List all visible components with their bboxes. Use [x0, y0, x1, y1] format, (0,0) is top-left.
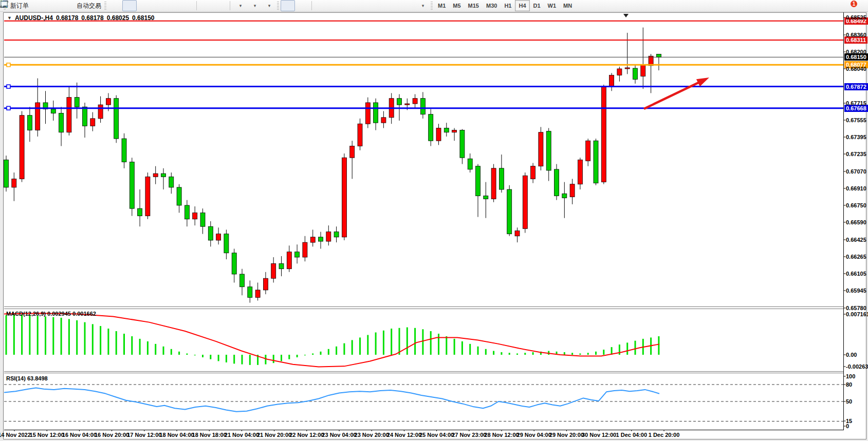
rsi-axis-tick: 0	[846, 423, 849, 429]
date-axis-label: 25 Nov 04:00	[419, 432, 454, 438]
macd-axis-tick: 0.00	[846, 352, 857, 358]
chevron-down-icon: ▾	[268, 3, 271, 8]
trendline-tool-button[interactable]	[343, 0, 357, 11]
zoom-out-button[interactable]	[165, 0, 180, 11]
toolbar-grip	[431, 2, 433, 10]
timeframe-button-H4[interactable]: H4	[515, 0, 529, 11]
timeframe-button-M15[interactable]: M15	[465, 0, 483, 11]
date-axis-label: 22 Nov 12:00	[289, 432, 324, 438]
toolbar-right-group: 1	[835, 0, 864, 11]
timeframe-button-H1[interactable]: H1	[501, 0, 515, 11]
timeframe-button-M30[interactable]: M30	[483, 0, 501, 11]
notifications-button[interactable]: 1	[849, 0, 864, 11]
date-axis-label: 29 Nov 20:00	[549, 432, 584, 438]
vertical-line-tool-button[interactable]	[314, 0, 328, 11]
price-axis-tick: 0.66425	[846, 237, 866, 243]
price-level-badge: 0.67872	[844, 83, 868, 90]
toolbar-separator	[230, 1, 230, 10]
window-menu-icon[interactable]: ▼	[7, 15, 12, 21]
periods-button[interactable]: ▾	[247, 0, 261, 11]
date-axis-label: 23 Nov 20:00	[355, 432, 389, 438]
symbol-period-label: AUDUSD-,H4	[15, 14, 53, 22]
candlestick-chart-button[interactable]	[122, 0, 137, 11]
rsi-indicator-label: RSI(14) 63.8498	[6, 375, 48, 381]
price-axis-tick: 0.65780	[846, 305, 866, 311]
price-axis-tick: 0.65945	[846, 287, 866, 294]
timeframe-button-M1[interactable]: M1	[434, 0, 449, 11]
date-axis-label: 23 Nov 04:00	[322, 432, 356, 438]
new-order-button[interactable]: 新订单	[7, 0, 30, 11]
rsi-axis-tick: 100	[846, 373, 855, 379]
macd-axis-tick: 0.007161	[846, 311, 868, 317]
timeframe-button-D1[interactable]: D1	[530, 0, 544, 11]
date-axis-label: 18 Nov 04:00	[159, 432, 194, 438]
auto-scroll-button[interactable]	[199, 0, 213, 11]
price-axis-tick: 0.67070	[846, 168, 866, 175]
auto-trading-label: 自动交易	[77, 2, 101, 10]
ohlc-high: 0.68178	[81, 14, 103, 22]
search-button[interactable]	[835, 0, 849, 11]
arrows-tool-button[interactable]: ▾	[415, 0, 429, 11]
text-tool-button[interactable]: A	[386, 0, 400, 11]
tile-windows-button[interactable]	[180, 0, 194, 11]
price-axis-tick: 0.67235	[846, 151, 866, 157]
date-axis-label: 1 Dec 20:00	[649, 432, 680, 438]
ohlc-low: 0.68025	[107, 14, 129, 22]
text-label-tool-button[interactable]: T	[400, 0, 415, 11]
cursor-tool-button[interactable]	[281, 0, 295, 11]
price-axis-tick: 0.66750	[846, 202, 866, 208]
date-axis-label: 16 Nov 04:00	[62, 432, 97, 438]
date-axis-label: 27 Nov 23:00	[452, 432, 486, 438]
chevron-down-icon: ▾	[422, 3, 424, 8]
toolbar-separator	[196, 1, 197, 10]
rsi-axis-tick: 80	[846, 381, 852, 388]
price-axis-tick: 0.68200	[846, 49, 866, 55]
rsi-axis-tick: 50	[846, 398, 852, 405]
line-chart-button[interactable]	[137, 0, 151, 11]
toolbar-grip	[277, 2, 279, 10]
macd-indicator-label: MACD(12,26,9) 0.002945 0.001662	[6, 311, 96, 317]
price-axis-tick: 0.67715	[846, 100, 866, 106]
date-axis-label: 14 Nov 2022	[0, 432, 31, 438]
date-axis-label: 16 Nov 20:00	[95, 432, 129, 438]
timeframe-toolbar: M1M5M15M30H1H4D1W1MN	[434, 0, 576, 11]
price-axis-tick: 0.68525	[846, 14, 866, 21]
crosshair-tool-button[interactable]	[295, 0, 309, 11]
chart-title: ▼ AUDUSD-,H4 0.68178 0.68178 0.68025 0.6…	[7, 14, 155, 22]
profiles-button[interactable]	[30, 0, 45, 11]
indicators-button[interactable]: ▾	[232, 0, 247, 11]
mt4-application: 新订单 自动交易 ▾ ▾ ▾ E F A T ▾ M	[0, 0, 868, 441]
chart-window[interactable]	[3, 12, 866, 439]
date-axis-label: 24 Nov 12:00	[387, 432, 421, 438]
date-axis-label: 17 Nov 12:00	[127, 432, 161, 438]
market-watch-button[interactable]	[45, 0, 59, 11]
zoom-in-button[interactable]	[151, 0, 165, 11]
toolbar-grip	[104, 2, 106, 10]
ohlc-close: 0.68150	[132, 14, 154, 22]
templates-button[interactable]: ▾	[261, 0, 275, 11]
price-axis-tick: 0.68040	[846, 66, 866, 72]
horizontal-line-tool-button[interactable]	[328, 0, 343, 11]
chevron-down-icon: ▾	[254, 3, 256, 8]
date-axis-label: 30 Nov 12:00	[582, 432, 616, 438]
timeframe-button-MN[interactable]: MN	[560, 0, 576, 11]
auto-trading-button[interactable]: 自动交易	[73, 0, 103, 11]
notification-badge: 1	[851, 1, 858, 7]
channel-tool-button[interactable]: E	[357, 0, 372, 11]
price-axis-tick: 0.66105	[846, 271, 866, 277]
timeframe-button-M5[interactable]: M5	[449, 0, 464, 11]
chevron-down-icon: ▾	[239, 3, 242, 8]
date-axis-label: 21 Nov 20:00	[257, 432, 291, 438]
price-axis-tick: 0.67555	[846, 117, 866, 123]
chart-shift-button[interactable]	[213, 0, 228, 11]
price-axis-tick: 0.66265	[846, 254, 866, 260]
bar-chart-button[interactable]	[108, 0, 122, 11]
price-axis-tick: 0.66910	[846, 185, 866, 191]
fibonacci-tool-button[interactable]: F	[372, 0, 386, 11]
signals-button[interactable]	[59, 0, 73, 11]
timeframe-button-W1[interactable]: W1	[544, 0, 560, 11]
price-axis-tick: 0.68360	[846, 32, 866, 38]
date-axis-label: 21 Nov 04:00	[225, 432, 259, 438]
price-axis-tick: 0.67395	[846, 134, 866, 140]
date-axis-label: 18 Nov 18:00	[192, 432, 227, 438]
